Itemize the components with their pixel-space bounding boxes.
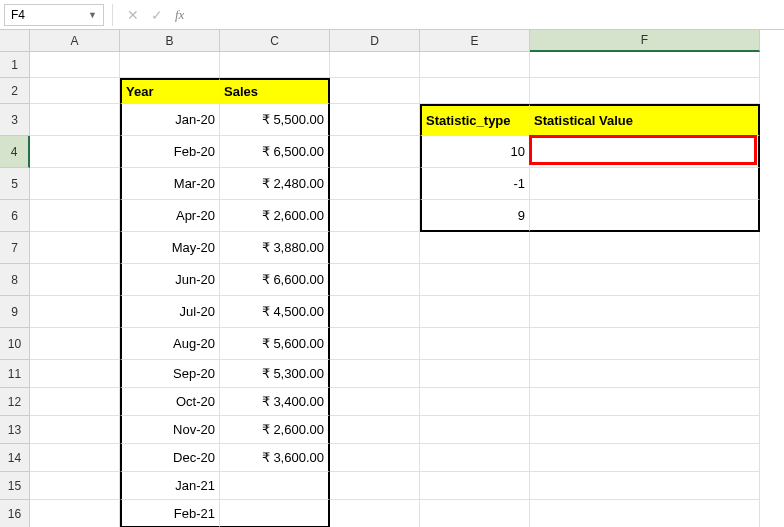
column-header[interactable]: E xyxy=(420,30,530,52)
cell[interactable]: 9 xyxy=(420,200,530,232)
cell[interactable] xyxy=(420,416,530,444)
row-header[interactable]: 5 xyxy=(0,168,30,200)
cell[interactable] xyxy=(420,472,530,500)
cell[interactable]: Oct-20 xyxy=(120,388,220,416)
cell[interactable] xyxy=(330,264,420,296)
row-header[interactable]: 3 xyxy=(0,104,30,136)
cell[interactable] xyxy=(330,296,420,328)
cell[interactable] xyxy=(420,388,530,416)
cell[interactable]: ₹ 2,600.00 xyxy=(220,200,330,232)
cell[interactable]: Sales xyxy=(220,78,330,104)
row-header[interactable]: 15 xyxy=(0,472,30,500)
cell[interactable] xyxy=(530,296,760,328)
cell[interactable] xyxy=(530,328,760,360)
cell[interactable] xyxy=(30,232,120,264)
cell[interactable] xyxy=(330,52,420,78)
cell[interactable]: Nov-20 xyxy=(120,416,220,444)
cell[interactable] xyxy=(30,388,120,416)
cell[interactable]: Dec-20 xyxy=(120,444,220,472)
cell[interactable] xyxy=(530,232,760,264)
cell[interactable]: ₹ 4,500.00 xyxy=(220,296,330,328)
cell[interactable] xyxy=(30,136,120,168)
cell[interactable] xyxy=(420,78,530,104)
row-header[interactable]: 6 xyxy=(0,200,30,232)
cell[interactable] xyxy=(330,500,420,527)
cell[interactable]: ₹ 3,880.00 xyxy=(220,232,330,264)
cell[interactable] xyxy=(220,472,330,500)
cell[interactable]: ₹ 5,300.00 xyxy=(220,360,330,388)
row-header[interactable]: 1 xyxy=(0,52,30,78)
cell[interactable] xyxy=(330,200,420,232)
cell[interactable]: ₹ 2,480.00 xyxy=(220,168,330,200)
row-header[interactable]: 10 xyxy=(0,328,30,360)
cell[interactable] xyxy=(330,78,420,104)
cell[interactable] xyxy=(530,472,760,500)
row-header[interactable]: 7 xyxy=(0,232,30,264)
cell[interactable] xyxy=(30,472,120,500)
column-header[interactable]: F xyxy=(530,30,760,52)
cell[interactable] xyxy=(420,500,530,527)
cell[interactable] xyxy=(330,416,420,444)
cell[interactable] xyxy=(330,104,420,136)
cell[interactable] xyxy=(330,472,420,500)
row-header[interactable]: 9 xyxy=(0,296,30,328)
cell[interactable]: ₹ 6,500.00 xyxy=(220,136,330,168)
column-header[interactable]: A xyxy=(30,30,120,52)
cell[interactable] xyxy=(30,264,120,296)
cell[interactable] xyxy=(30,328,120,360)
cell[interactable] xyxy=(530,388,760,416)
cell[interactable] xyxy=(330,360,420,388)
cell[interactable] xyxy=(30,78,120,104)
column-header[interactable]: B xyxy=(120,30,220,52)
cell[interactable] xyxy=(220,52,330,78)
cell[interactable] xyxy=(530,416,760,444)
cell[interactable]: ₹ 3,600.00 xyxy=(220,444,330,472)
cell[interactable] xyxy=(420,264,530,296)
chevron-down-icon[interactable]: ▼ xyxy=(88,10,97,20)
cell[interactable] xyxy=(330,444,420,472)
cell[interactable] xyxy=(30,296,120,328)
cell[interactable] xyxy=(30,168,120,200)
cell[interactable] xyxy=(420,52,530,78)
cell[interactable] xyxy=(530,136,760,168)
cell[interactable] xyxy=(30,500,120,527)
cell[interactable] xyxy=(330,168,420,200)
cell[interactable] xyxy=(530,168,760,200)
cell[interactable]: ₹ 3,400.00 xyxy=(220,388,330,416)
row-header[interactable]: 11 xyxy=(0,360,30,388)
row-header[interactable]: 12 xyxy=(0,388,30,416)
cell[interactable] xyxy=(330,388,420,416)
cell[interactable] xyxy=(420,360,530,388)
cell[interactable]: Feb-20 xyxy=(120,136,220,168)
row-header[interactable]: 2 xyxy=(0,78,30,104)
cell[interactable] xyxy=(30,52,120,78)
cell[interactable]: ₹ 5,600.00 xyxy=(220,328,330,360)
cell[interactable] xyxy=(30,200,120,232)
cell[interactable] xyxy=(530,360,760,388)
cell[interactable] xyxy=(420,444,530,472)
row-header[interactable]: 13 xyxy=(0,416,30,444)
cell[interactable]: ₹ 6,600.00 xyxy=(220,264,330,296)
cell[interactable] xyxy=(420,296,530,328)
cell[interactable]: ₹ 5,500.00 xyxy=(220,104,330,136)
select-all-corner[interactable] xyxy=(0,30,30,52)
cell[interactable] xyxy=(530,264,760,296)
cell[interactable] xyxy=(330,328,420,360)
fx-icon[interactable]: fx xyxy=(169,7,190,23)
cell[interactable] xyxy=(30,360,120,388)
cell[interactable] xyxy=(120,52,220,78)
cell[interactable]: Sep-20 xyxy=(120,360,220,388)
row-header[interactable]: 16 xyxy=(0,500,30,527)
cell[interactable]: Apr-20 xyxy=(120,200,220,232)
row-header[interactable]: 8 xyxy=(0,264,30,296)
cell[interactable] xyxy=(330,136,420,168)
cell[interactable] xyxy=(530,500,760,527)
cell[interactable]: ₹ 2,600.00 xyxy=(220,416,330,444)
cell[interactable]: Jul-20 xyxy=(120,296,220,328)
cell[interactable]: -1 xyxy=(420,168,530,200)
formula-input[interactable] xyxy=(190,4,780,26)
cell[interactable] xyxy=(530,52,760,78)
row-header[interactable]: 4 xyxy=(0,136,30,168)
cell[interactable] xyxy=(420,232,530,264)
cell[interactable]: May-20 xyxy=(120,232,220,264)
